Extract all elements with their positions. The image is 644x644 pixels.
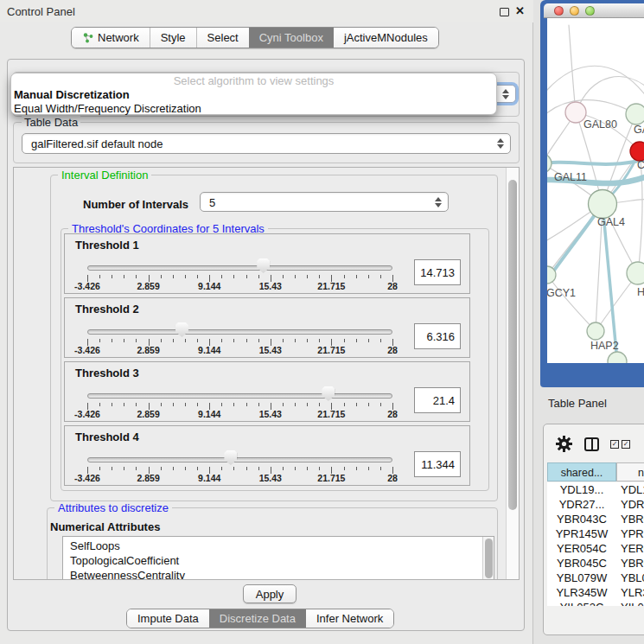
cell-name[interactable]: YER0 xyxy=(621,541,644,556)
table-row[interactable]: YBR043CYBR0 xyxy=(547,512,644,526)
threshold-value-field[interactable] xyxy=(414,323,461,349)
table-row[interactable]: YDL19...YDL1 xyxy=(547,482,644,497)
threshold-label: Threshold 2 xyxy=(75,303,139,316)
node-label-partial-ga: GA xyxy=(634,124,644,136)
scale-label: 21.715 xyxy=(317,409,345,419)
threshold-slider[interactable] xyxy=(87,393,392,399)
table-row[interactable]: YPR145WYPR1 xyxy=(547,526,644,541)
close-icon[interactable]: ✕ xyxy=(515,4,525,17)
column-header-name[interactable]: na xyxy=(616,462,644,481)
cell-shared-name[interactable]: YPR145W xyxy=(547,526,616,541)
slider-scale-labels: -3.4262.8599.14415.4321.71528 xyxy=(87,345,392,355)
tab-cyni-toolbox[interactable]: Cyni Toolbox xyxy=(249,28,334,48)
node-top-right[interactable] xyxy=(626,104,644,124)
gear-icon[interactable] xyxy=(555,435,573,453)
cell-shared-name[interactable]: YDR27... xyxy=(547,497,616,512)
node-hap2[interactable] xyxy=(587,322,604,340)
cell-name[interactable]: YLR3 xyxy=(621,585,644,600)
threshold-value-field[interactable] xyxy=(414,451,461,477)
tab-impute-data[interactable]: Impute Data xyxy=(127,609,209,628)
threshold-slider[interactable] xyxy=(87,265,392,271)
cell-name[interactable]: YIL0 xyxy=(621,600,644,606)
scale-label: 21.715 xyxy=(317,473,345,483)
float-window-icon[interactable] xyxy=(500,8,509,16)
tab-network[interactable]: Network xyxy=(72,28,150,48)
scale-label: 2.859 xyxy=(137,345,159,355)
zoom-traffic-light-icon[interactable] xyxy=(585,6,595,16)
table-row[interactable]: YBL079WYBL0 xyxy=(547,571,644,585)
cell-name[interactable]: YPR1 xyxy=(621,526,644,541)
slider-thumb[interactable] xyxy=(224,450,237,465)
num-intervals-combo[interactable]: 5 xyxy=(200,192,449,212)
tab-label: Impute Data xyxy=(137,612,199,625)
cell-shared-name[interactable]: YBR043C xyxy=(547,512,616,526)
table-row[interactable]: YLR345WYLR3 xyxy=(547,585,644,600)
threshold-slider[interactable] xyxy=(87,329,392,335)
node-gal11[interactable] xyxy=(547,154,552,173)
table-data-combo[interactable]: galFiltered.sif default node xyxy=(22,133,511,154)
scale-label: 28 xyxy=(387,409,398,419)
scrollbar-thumb[interactable] xyxy=(508,180,517,510)
cell-shared-name[interactable]: YLR345W xyxy=(547,585,616,600)
dropdown-option-equal-width-frequency[interactable]: Equal Width/Frequency Discretization xyxy=(11,102,496,116)
table-row[interactable]: YBR045CYBR0 xyxy=(547,556,644,571)
node-label-gal80: GAL80 xyxy=(583,118,617,131)
threshold-label: Threshold 4 xyxy=(75,430,139,443)
threshold-value-field[interactable] xyxy=(414,259,461,285)
threshold-value-field[interactable] xyxy=(414,387,461,413)
node-right-h[interactable] xyxy=(627,262,644,284)
tab-infer-network[interactable]: Infer Network xyxy=(306,609,393,628)
node-bottom[interactable] xyxy=(608,352,627,363)
slider-thumb[interactable] xyxy=(257,258,270,273)
tab-select[interactable]: Select xyxy=(196,28,249,48)
scale-label: -3.426 xyxy=(74,345,100,355)
tab-jactivemnodules[interactable]: jActiveMNodules xyxy=(334,28,438,48)
network-window-titlebar[interactable] xyxy=(544,3,644,18)
apply-button[interactable]: Apply xyxy=(243,584,296,603)
column-header-shared-name[interactable]: shared... xyxy=(547,462,616,481)
scale-label: 9.144 xyxy=(198,345,220,355)
table-row[interactable]: YIL052CYIL0 xyxy=(547,600,644,606)
cell-name[interactable]: YDR2 xyxy=(621,497,644,512)
cell-shared-name[interactable]: YBL079W xyxy=(547,571,616,585)
cell-shared-name[interactable]: YER054C xyxy=(547,541,616,556)
scale-label: 21.715 xyxy=(317,345,345,355)
algorithm-dropdown-popup: Select algorithm to view settings Manual… xyxy=(10,73,497,115)
select-none-checkbox-icon[interactable]: ✓ xyxy=(622,440,630,449)
cell-name[interactable]: YDL1 xyxy=(621,482,644,497)
threshold-1-panel: Threshold 1 -3.4262.8599.14415.4321.7152… xyxy=(64,233,470,294)
list-item[interactable]: TopologicalCoefficient xyxy=(70,553,179,568)
list-item[interactable]: BetweennessCentrality xyxy=(70,568,185,580)
network-canvas[interactable]: GAL80 GA C GAL11 GAL4 GCY1 H HAP2 xyxy=(547,18,644,363)
panel-scrollbar[interactable] xyxy=(506,168,519,579)
cell-name[interactable]: YBL0 xyxy=(621,571,644,585)
table-row[interactable]: YDR27...YDR2 xyxy=(547,497,644,512)
combo-arrows-icon xyxy=(497,138,504,149)
select-all-checkbox-icon[interactable]: ✓ xyxy=(610,440,619,449)
cell-shared-name[interactable]: YIL052C xyxy=(547,600,616,606)
slider-thumb[interactable] xyxy=(322,386,335,401)
node-gal4[interactable] xyxy=(589,190,617,219)
table-row[interactable]: YER054CYER0 xyxy=(547,541,644,556)
list-scrollbar[interactable] xyxy=(482,537,494,580)
table-body[interactable]: YDL19...YDL1YDR27...YDR2YBR043CYBR0YPR14… xyxy=(547,482,644,606)
tab-discretize-data[interactable]: Discretize Data xyxy=(209,609,306,628)
scrollbar-thumb[interactable] xyxy=(485,539,493,578)
slider-thumb[interactable] xyxy=(175,322,188,337)
cell-name[interactable]: YBR0 xyxy=(621,512,644,526)
close-traffic-light-icon[interactable] xyxy=(554,6,564,16)
minimize-traffic-light-icon[interactable] xyxy=(570,6,579,16)
cell-shared-name[interactable]: YDL19... xyxy=(547,482,616,497)
network-icon xyxy=(82,32,93,43)
threshold-slider[interactable] xyxy=(87,457,392,462)
cell-name[interactable]: YBR0 xyxy=(621,556,644,571)
tab-style[interactable]: Style xyxy=(150,28,196,48)
list-item[interactable]: SelfLoops xyxy=(70,539,120,553)
dropdown-option-manual-discretization[interactable]: Manual Discretization xyxy=(11,88,496,102)
node-label-gal4: GAL4 xyxy=(597,216,625,228)
columns-icon[interactable] xyxy=(584,437,599,451)
cell-shared-name[interactable]: YBR045C xyxy=(547,556,616,571)
network-graph xyxy=(547,18,644,363)
node-label-partial-c: C xyxy=(637,159,644,171)
node-red[interactable] xyxy=(630,142,644,161)
